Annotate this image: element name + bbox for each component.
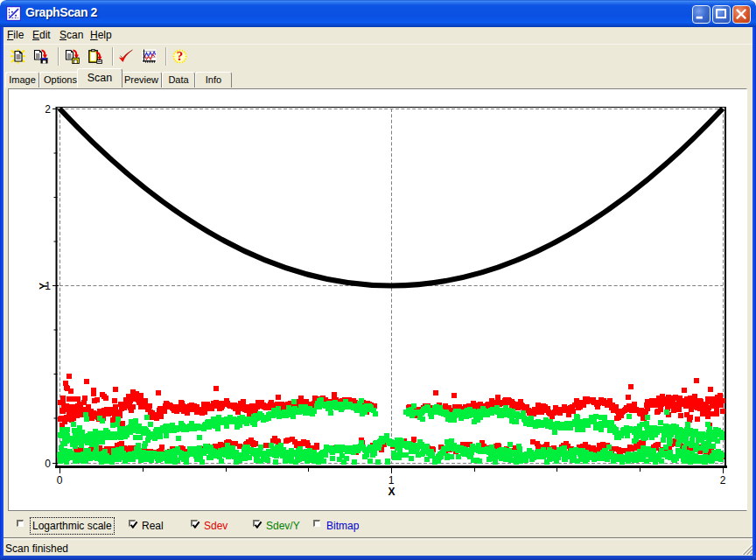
svg-text:?: ? — [177, 49, 184, 63]
svg-text:X: X — [388, 486, 395, 498]
svg-text:Y: Y — [38, 283, 50, 290]
svg-text:2: 2 — [45, 103, 51, 116]
svg-text:1: 1 — [388, 474, 395, 486]
svg-text:0: 0 — [45, 458, 51, 470]
svg-text:2: 2 — [720, 474, 726, 486]
svg-text:0: 0 — [57, 474, 63, 486]
